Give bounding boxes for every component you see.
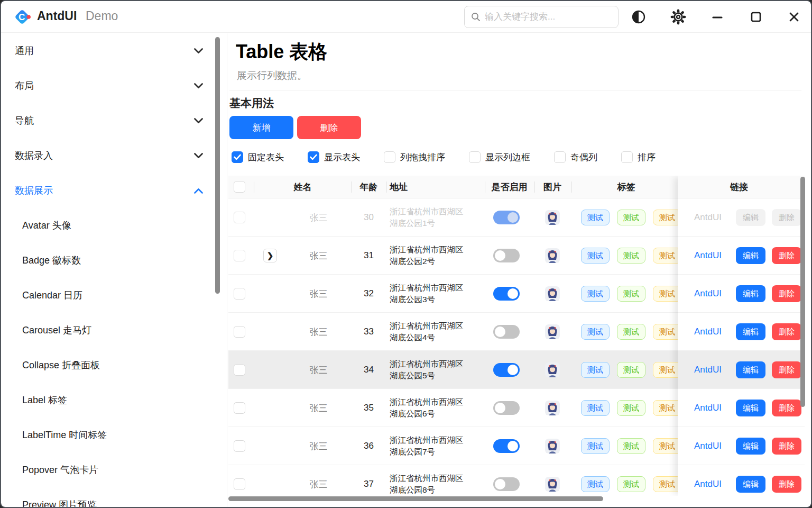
avatar-image[interactable] xyxy=(545,210,560,225)
row-checkbox[interactable] xyxy=(234,478,245,490)
tag-green: 测试 xyxy=(617,210,645,225)
row-edit-button[interactable]: 编辑 xyxy=(736,476,765,493)
antdui-link[interactable]: AntdUI xyxy=(684,237,732,275)
close-button[interactable] xyxy=(783,6,805,28)
row-edit-button[interactable]: 编辑 xyxy=(736,323,765,340)
sidebar-group[interactable]: 通用 xyxy=(1,33,215,68)
add-button[interactable]: 新增 xyxy=(229,116,293,139)
tag-blue: 测试 xyxy=(581,286,610,302)
antdui-link[interactable]: AntdUI xyxy=(684,427,732,465)
column-header-address[interactable]: 地址 xyxy=(386,176,485,198)
avatar-image[interactable] xyxy=(545,324,560,339)
column-header-name[interactable]: 姓名 xyxy=(254,176,352,198)
column-header-age[interactable]: 年龄 xyxy=(352,176,386,198)
enabled-toggle[interactable] xyxy=(493,363,520,377)
theme-toggle-button[interactable] xyxy=(628,6,649,28)
select-all-checkbox[interactable] xyxy=(234,181,245,193)
row-checkbox[interactable] xyxy=(234,364,245,376)
table-hscrollbar-thumb[interactable] xyxy=(228,496,603,501)
table-option-checkbox[interactable]: 固定表头 xyxy=(232,150,284,164)
settings-button[interactable] xyxy=(668,6,689,28)
row-edit-button[interactable]: 编辑 xyxy=(736,209,765,226)
row-delete-button[interactable]: 删除 xyxy=(772,323,801,340)
enabled-toggle[interactable] xyxy=(493,249,520,262)
row-checkbox[interactable] xyxy=(234,326,245,338)
table-vertical-scrollbar[interactable] xyxy=(800,176,806,496)
row-delete-button[interactable]: 删除 xyxy=(772,400,801,416)
avatar-image[interactable] xyxy=(545,477,560,492)
column-header-link[interactable]: 链接 xyxy=(678,176,800,198)
tag-gold: 测试 xyxy=(653,476,681,492)
row-delete-button[interactable]: 删除 xyxy=(772,438,801,455)
delete-button[interactable]: 删除 xyxy=(297,116,361,139)
row-checkbox[interactable] xyxy=(234,250,245,261)
row-checkbox[interactable] xyxy=(234,288,245,300)
enabled-toggle[interactable] xyxy=(493,287,520,301)
table-option-checkbox[interactable]: 奇偶列 xyxy=(554,150,597,164)
row-delete-button[interactable]: 删除 xyxy=(772,209,801,226)
sidebar-item[interactable]: Label 标签 xyxy=(1,383,215,418)
table-row-fixed: AntdUI 编辑 删除 xyxy=(678,198,800,237)
avatar-image[interactable] xyxy=(545,401,560,415)
sidebar-item[interactable]: Calendar 日历 xyxy=(1,278,215,313)
sidebar-item[interactable]: Carousel 走马灯 xyxy=(1,313,215,348)
table-option-checkbox[interactable]: 列拖拽排序 xyxy=(384,150,445,164)
sidebar-group[interactable]: 导航 xyxy=(1,103,215,138)
row-edit-button[interactable]: 编辑 xyxy=(736,400,765,416)
sidebar-item[interactable]: LabelTime 时间标签 xyxy=(1,418,215,452)
cell-address: 浙江省杭州市西湖区湖底公园4号 xyxy=(390,313,464,351)
avatar-image[interactable] xyxy=(545,286,560,301)
maximize-button[interactable] xyxy=(745,6,767,28)
enabled-toggle[interactable] xyxy=(493,477,520,491)
row-delete-button[interactable]: 删除 xyxy=(772,247,801,264)
sidebar-scrollbar[interactable] xyxy=(215,35,220,505)
row-edit-button[interactable]: 编辑 xyxy=(736,285,765,302)
antdui-link[interactable]: AntdUI xyxy=(684,275,732,313)
enabled-toggle[interactable] xyxy=(493,401,520,415)
table-option-checkbox[interactable]: 显示表头 xyxy=(308,150,360,164)
enabled-toggle[interactable] xyxy=(493,439,520,453)
enabled-toggle[interactable] xyxy=(493,325,520,339)
row-delete-button[interactable]: 删除 xyxy=(772,476,801,493)
table-horizontal-scrollbar[interactable] xyxy=(228,496,802,502)
sidebar-item[interactable]: Popover 气泡卡片 xyxy=(1,452,215,487)
antdui-link[interactable]: AntdUI xyxy=(684,465,732,496)
row-checkbox[interactable] xyxy=(234,440,245,452)
expand-row-button[interactable]: ❯ xyxy=(263,249,277,262)
table-vscrollbar-thumb[interactable] xyxy=(800,177,805,407)
avatar-image[interactable] xyxy=(545,439,560,453)
table-option-checkbox[interactable]: 显示列边框 xyxy=(469,150,530,164)
sidebar-item[interactable]: Collapse 折叠面板 xyxy=(1,348,215,383)
column-header-enabled[interactable]: 是否启用 xyxy=(485,176,534,198)
row-checkbox[interactable] xyxy=(234,212,245,223)
search-box[interactable] xyxy=(464,6,619,28)
row-edit-button[interactable]: 编辑 xyxy=(736,247,765,264)
sidebar-scrollbar-thumb[interactable] xyxy=(215,37,220,294)
row-checkbox[interactable] xyxy=(234,402,245,414)
minimize-button[interactable] xyxy=(707,6,728,28)
row-edit-button[interactable]: 编辑 xyxy=(736,438,765,455)
row-delete-button[interactable]: 删除 xyxy=(772,361,801,378)
antdui-link[interactable]: AntdUI xyxy=(684,198,732,237)
avatar-image[interactable] xyxy=(545,248,560,263)
sidebar-group[interactable]: 数据录入 xyxy=(1,138,215,173)
row-edit-button[interactable]: 编辑 xyxy=(736,361,765,378)
avatar-image[interactable] xyxy=(545,362,560,377)
column-header-tags[interactable]: 标签 xyxy=(571,176,681,198)
sidebar-item[interactable]: Avatar 头像 xyxy=(1,208,215,243)
antdui-link[interactable]: AntdUI xyxy=(684,313,732,351)
sidebar-item[interactable]: Preview 图片预览 xyxy=(1,487,215,507)
sidebar-item[interactable]: Badge 徽标数 xyxy=(1,243,215,278)
row-delete-button[interactable]: 删除 xyxy=(772,285,801,302)
antdui-link[interactable]: AntdUI xyxy=(684,351,732,389)
enabled-toggle[interactable] xyxy=(493,211,520,224)
toggle-knob xyxy=(495,326,505,337)
sidebar-group[interactable]: 布局 xyxy=(1,68,215,103)
search-input[interactable] xyxy=(485,12,606,22)
column-header-image[interactable]: 图片 xyxy=(534,176,571,198)
antdui-link[interactable]: AntdUI xyxy=(684,389,732,427)
table-option-checkbox[interactable]: 排序 xyxy=(621,150,656,164)
sidebar-group[interactable]: 数据展示 xyxy=(1,173,215,208)
tag-gold: 测试 xyxy=(653,438,681,454)
sidebar-item-label: Popover 气泡卡片 xyxy=(22,464,98,476)
